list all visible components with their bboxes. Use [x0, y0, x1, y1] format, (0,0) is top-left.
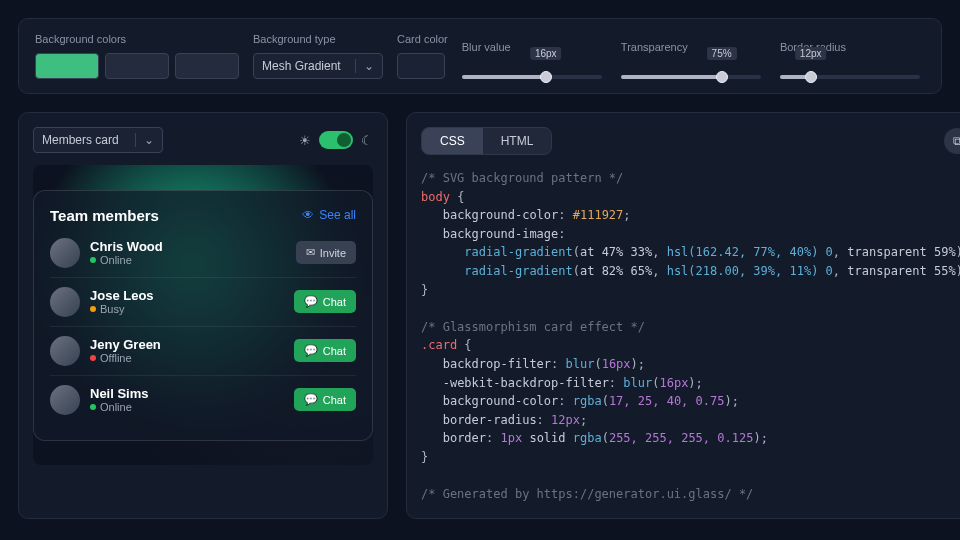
card-color-swatch[interactable]: [397, 53, 445, 79]
transparency-label: Transparency: [621, 41, 766, 53]
chat-icon: 💬: [304, 344, 318, 357]
card-preset-value: Members card: [42, 133, 119, 147]
member-row: Jeny GreenOffline💬Chat: [50, 326, 356, 375]
invite-button[interactable]: ✉Invite: [296, 241, 356, 264]
see-all-label: See all: [319, 208, 356, 222]
member-row: Chris WoodOnline✉Invite: [50, 234, 356, 277]
see-all-link[interactable]: 👁 See all: [302, 208, 356, 222]
tab-css[interactable]: CSS: [422, 128, 483, 154]
member-name: Neil Sims: [90, 386, 149, 401]
chat-icon: 💬: [304, 295, 318, 308]
avatar: [50, 238, 80, 268]
code-block: /* SVG background pattern */ body { back…: [421, 169, 960, 504]
chat-button[interactable]: 💬Chat: [294, 388, 356, 411]
card-title: Team members: [50, 207, 159, 224]
card-color-group: Card color: [397, 33, 448, 79]
glass-card: Team members 👁 See all Chris WoodOnline✉…: [33, 190, 373, 441]
blur-slider[interactable]: 16px: [462, 61, 602, 79]
bg-color-swatches: [35, 53, 239, 79]
member-status: Online: [90, 254, 163, 266]
member-row: Neil SimsOnline💬Chat: [50, 375, 356, 424]
radius-slider[interactable]: 12px: [780, 61, 920, 79]
copy-button[interactable]: ⧉: [944, 128, 960, 154]
code-panel: CSS HTML ⧉ /* SVG background pattern */ …: [406, 112, 960, 519]
chat-icon: 💬: [304, 393, 318, 406]
bg-color-swatch-3[interactable]: [175, 53, 239, 79]
bg-colors-group: Background colors: [35, 33, 239, 79]
transparency-group: Transparency 75%: [621, 41, 766, 79]
member-status: Busy: [90, 303, 154, 315]
bg-type-label: Background type: [253, 33, 383, 45]
chat-button[interactable]: 💬Chat: [294, 290, 356, 313]
blur-group: Blur value 16px: [462, 41, 607, 79]
transparency-slider[interactable]: 75%: [621, 61, 761, 79]
member-row: Jose LeosBusy💬Chat: [50, 277, 356, 326]
eye-icon: 👁: [302, 208, 314, 222]
member-name: Chris Wood: [90, 239, 163, 254]
card-preset-select[interactable]: Members card ⌄: [33, 127, 163, 153]
member-name: Jeny Green: [90, 337, 161, 352]
moon-icon: ☾: [361, 133, 373, 148]
bg-type-select[interactable]: Mesh Gradient ⌄: [253, 53, 383, 79]
bg-colors-label: Background colors: [35, 33, 239, 45]
chevron-down-icon: ⌄: [135, 133, 154, 147]
chat-button[interactable]: 💬Chat: [294, 339, 356, 362]
bg-color-swatch-1[interactable]: [35, 53, 99, 79]
main-split: Members card ⌄ ☀ ☾ Team members 👁 See al…: [18, 112, 942, 519]
bg-color-swatch-2[interactable]: [105, 53, 169, 79]
preview-panel: Members card ⌄ ☀ ☾ Team members 👁 See al…: [18, 112, 388, 519]
tab-html[interactable]: HTML: [483, 128, 552, 154]
bg-type-group: Background type Mesh Gradient ⌄: [253, 33, 383, 79]
sun-icon: ☀: [299, 133, 311, 148]
preview-canvas: Team members 👁 See all Chris WoodOnline✉…: [33, 165, 373, 465]
card-color-label: Card color: [397, 33, 448, 45]
blur-value-badge: 16px: [530, 47, 562, 60]
avatar: [50, 385, 80, 415]
theme-toggle[interactable]: [319, 131, 353, 149]
radius-value-badge: 12px: [795, 47, 827, 60]
radius-group: Border radius 12px: [780, 41, 925, 79]
member-name: Jose Leos: [90, 288, 154, 303]
avatar: [50, 287, 80, 317]
theme-switch: ☀ ☾: [299, 131, 373, 149]
bg-type-value: Mesh Gradient: [262, 59, 341, 73]
code-tabs: CSS HTML: [421, 127, 552, 155]
member-status: Online: [90, 401, 149, 413]
clipboard-icon: ⧉: [953, 134, 960, 148]
transparency-value-badge: 75%: [707, 47, 737, 60]
member-status: Offline: [90, 352, 161, 364]
controls-bar: Background colors Background type Mesh G…: [18, 18, 942, 94]
mail-icon: ✉: [306, 246, 315, 259]
avatar: [50, 336, 80, 366]
chevron-down-icon: ⌄: [355, 59, 374, 73]
